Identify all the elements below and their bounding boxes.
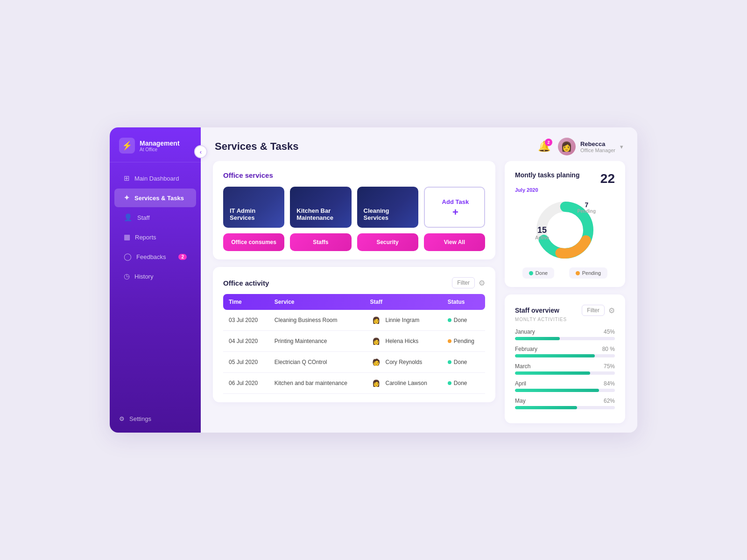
service-grid: IT Admin Services Kitchen Bar Maintenanc… [223, 187, 485, 228]
content-area: Office services IT Admin Services Kitche… [201, 161, 637, 433]
cell-time: 05 Jul 2020 [223, 352, 269, 373]
sidebar-item-reports[interactable]: ▦ Reports [114, 228, 196, 246]
sidebar-toggle[interactable]: ‹ [194, 145, 207, 158]
user-role: Office Manager [580, 147, 615, 153]
service-label-cleaning: Cleaning Services [364, 207, 414, 221]
cell-status: Done [442, 352, 485, 373]
sidebar: ⚡ Management At Office ‹ ⊞ Main Dashboar… [110, 127, 201, 433]
cell-status: Done [442, 373, 485, 394]
progress-bar-bg-may [515, 406, 615, 409]
user-details: Rebecca Office Manager [580, 140, 615, 153]
progress-bar-bg-february [515, 354, 615, 357]
sidebar-item-main-dashboard[interactable]: ⊞ Main Dashboard [114, 169, 196, 188]
office-consumes-button[interactable]: Office consumes [223, 233, 284, 251]
brand-sub: At Office [140, 147, 180, 152]
monthly-tasks-card: Montly tasks planing 22 July 2020 [505, 161, 625, 287]
progress-row-january: January 45% [515, 329, 615, 340]
staff-filter-button[interactable]: Filter [582, 305, 605, 316]
tasks-count: 22 [600, 171, 615, 186]
sidebar-item-services-tasks[interactable]: ✦ Services & Tasks [114, 189, 196, 207]
tasks-date: July 2020 [515, 187, 615, 193]
pending-count: 7 [585, 201, 588, 209]
legend-done-dot [529, 271, 533, 275]
cell-service: Electrician Q COntrol [269, 352, 365, 373]
active-count: 15 [537, 225, 547, 235]
sidebar-bottom: ⚙ Settings [110, 409, 201, 433]
security-button[interactable]: Security [357, 233, 418, 251]
settings-label: Settings [129, 415, 151, 422]
staff-name: Linnie Ingram [385, 317, 419, 323]
progress-label-march: March [515, 363, 530, 370]
sidebar-item-feedbacks[interactable]: ◯ Feedbacks 2 [114, 247, 196, 266]
legend-pending-dot [576, 271, 580, 275]
cell-status: Done [442, 310, 485, 331]
donut-pending: 7 Pending [578, 201, 596, 214]
staff-overview-header: Staff overview Filter ⚙ [515, 305, 615, 316]
donut-legend: Done Pending [515, 267, 615, 279]
user-menu[interactable]: 👩 Rebecca Office Manager ▾ [558, 138, 623, 155]
left-panel: Office services IT Admin Services Kitche… [213, 161, 495, 423]
page-title: Services & Tasks [215, 140, 298, 153]
main-content: Services & Tasks 🔔 2 👩 Rebecca Office Ma… [201, 127, 637, 433]
tasks-title: Montly tasks planing [515, 171, 579, 179]
activity-header: Office activity Filter ⚙ [223, 277, 485, 288]
action-grid: Office consumes Staffs Security View All [223, 233, 485, 251]
service-card-kitchen[interactable]: Kitchen Bar Maintenance [290, 187, 351, 228]
cell-staff: 👩 Caroline Lawson [364, 373, 442, 394]
nav-label-feedbacks: Feedbacks [136, 253, 166, 260]
nav-icon-history: ◷ [124, 272, 130, 280]
nav-label-services-tasks: Services & Tasks [134, 195, 184, 202]
service-card-add-task[interactable]: Add Task + [424, 187, 485, 228]
progress-bar-bg-march [515, 371, 615, 375]
add-task-plus-icon: + [452, 207, 458, 217]
cell-service: Kitchen and bar maintenance [269, 373, 365, 394]
service-card-it-admin[interactable]: IT Admin Services [223, 187, 284, 228]
progress-bar-fill-march [515, 371, 590, 375]
settings-nav-item[interactable]: ⚙ Settings [119, 415, 191, 422]
filter-row: Filter ⚙ [452, 277, 485, 288]
staff-avatar: 👩 [370, 314, 382, 326]
office-services-title: Office services [223, 171, 485, 179]
filter-button[interactable]: Filter [452, 277, 475, 288]
brand-name: Management [140, 140, 180, 147]
service-label-it-admin: IT Admin Services [230, 207, 280, 221]
service-card-cleaning[interactable]: Cleaning Services [357, 187, 418, 228]
sidebar-item-history[interactable]: ◷ History [114, 267, 196, 286]
cell-time: 06 Jul 2020 [223, 373, 269, 394]
header: Services & Tasks 🔔 2 👩 Rebecca Office Ma… [201, 127, 637, 161]
staff-avatar: 👩 [370, 335, 382, 347]
table-row: 05 Jul 2020 Electrician Q COntrol 🧑 Cory… [223, 352, 485, 373]
sidebar-item-staff[interactable]: 👤 Staff [114, 208, 196, 227]
cell-service: Printing Maintenance [269, 331, 365, 352]
notification-button[interactable]: 🔔 2 [538, 140, 550, 153]
progress-pct-may: 62% [604, 398, 615, 404]
header-right: 🔔 2 👩 Rebecca Office Manager ▾ [538, 138, 623, 155]
nav-icon-reports: ▦ [124, 233, 130, 241]
progress-bar-fill-january [515, 337, 560, 340]
progress-pct-january: 45% [604, 329, 615, 335]
progress-row-april: April 84% [515, 380, 615, 392]
progress-bars: January 45% February 80 % March 75% Apri… [515, 329, 615, 409]
view-all-button[interactable]: View All [424, 233, 485, 251]
filter-options-icon[interactable]: ⚙ [479, 279, 485, 287]
col-service: Service [269, 294, 365, 310]
staff-filter-icon[interactable]: ⚙ [608, 306, 615, 315]
status-dot [448, 360, 451, 364]
progress-label-february: February [515, 346, 537, 352]
table-row: 04 Jul 2020 Printing Maintenance 👩 Helen… [223, 331, 485, 352]
legend-done-label: Done [536, 270, 548, 276]
user-name: Rebecca [580, 140, 615, 147]
status-dot [448, 318, 451, 322]
staff-overview-card: Staff overview Filter ⚙ MONLTY ACTIVITIE… [505, 294, 625, 423]
tasks-card-header: Montly tasks planing 22 [515, 171, 615, 186]
status-dot [448, 381, 451, 385]
cell-status: Pending [442, 331, 485, 352]
progress-bar-bg-january [515, 337, 615, 340]
donut-chart: 15 Active 7 Pending [532, 197, 598, 263]
table-row: 06 Jul 2020 Kitchen and bar maintenance … [223, 373, 485, 394]
brand-icon: ⚡ [119, 138, 135, 154]
staffs-button[interactable]: Staffs [290, 233, 351, 251]
pending-label: Pending [578, 209, 596, 214]
progress-bar-fill-may [515, 406, 577, 409]
status-dot [448, 339, 451, 343]
